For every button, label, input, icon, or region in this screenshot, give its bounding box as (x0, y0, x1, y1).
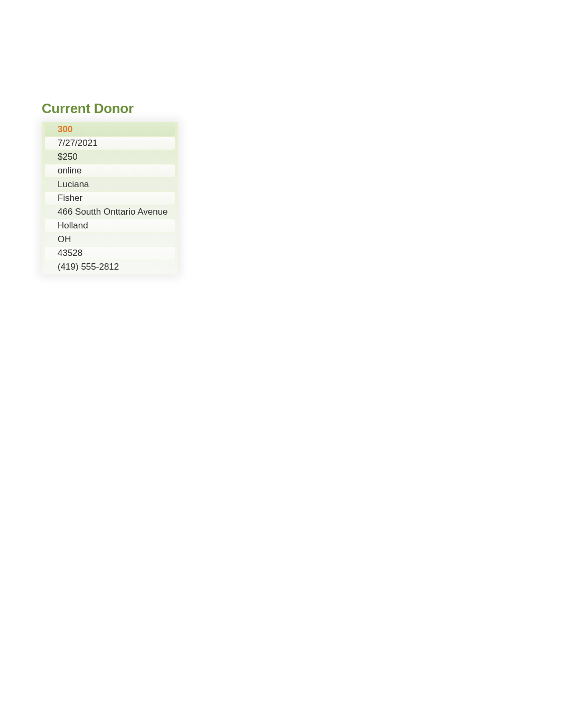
donor-lastname-value: Fisher (45, 192, 175, 205)
donor-zip-row: 43528 (42, 246, 178, 260)
donor-method-value: online (45, 164, 175, 177)
donor-city-row: Holland (42, 219, 178, 233)
donor-id-row: 300 (42, 123, 178, 136)
donor-amount-value: $250 (45, 151, 175, 163)
donor-id-value: 300 (45, 123, 175, 136)
donor-data-box: 300 7/27/2021 $250 online Luciana Fisher… (42, 122, 178, 274)
donor-firstname-value: Luciana (45, 178, 175, 191)
donor-phone-value: (419) 555-2812 (45, 261, 175, 273)
donor-date-value: 7/27/2021 (45, 137, 175, 150)
donor-zip-value: 43528 (45, 247, 175, 260)
donor-lastname-row: Fisher (42, 191, 178, 205)
donor-state-row: OH (42, 233, 178, 246)
donor-state-value: OH (45, 233, 175, 246)
donor-address-value: 466 Soutth Onttario Avenue (45, 206, 175, 218)
donor-city-value: Holland (45, 219, 175, 232)
donor-firstname-row: Luciana (42, 178, 178, 191)
donor-method-row: online (42, 164, 178, 178)
donor-date-row: 7/27/2021 (42, 136, 178, 150)
donor-phone-row: (419) 555-2812 (42, 260, 178, 274)
donor-panel: Current Donor 300 7/27/2021 $250 online … (42, 100, 178, 274)
donor-amount-row: $250 (42, 150, 178, 164)
donor-address-row: 466 Soutth Onttario Avenue (42, 205, 178, 219)
panel-title: Current Donor (42, 100, 178, 117)
